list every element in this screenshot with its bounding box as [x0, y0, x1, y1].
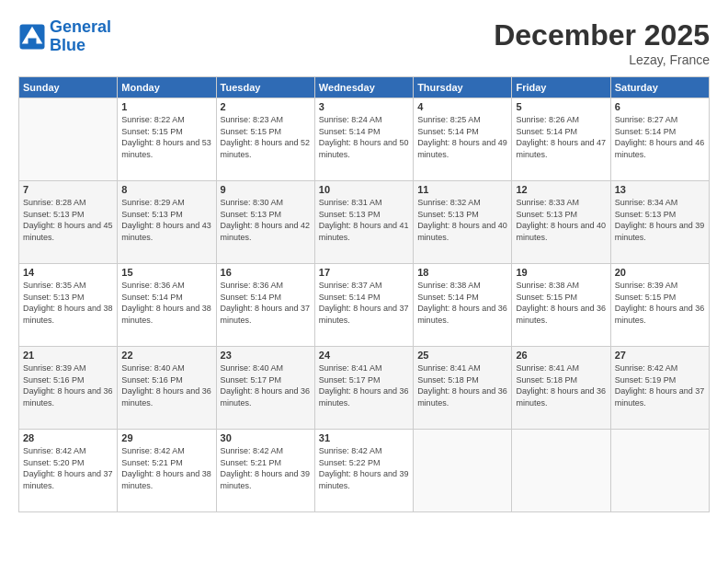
table-cell: 27Sunrise: 8:42 AMSunset: 5:19 PMDayligh… [610, 347, 709, 430]
table-cell [610, 430, 709, 512]
day-number: 5 [516, 101, 606, 112]
logo: General Blue [18, 18, 111, 55]
header: General Blue December 2025 Lezay, France [18, 18, 710, 67]
calendar-week-3: 14Sunrise: 8:35 AMSunset: 5:13 PMDayligh… [19, 264, 710, 347]
day-number: 15 [121, 267, 211, 278]
day-info: Sunrise: 8:34 AMSunset: 5:13 PMDaylight:… [615, 197, 705, 243]
day-info: Sunrise: 8:27 AMSunset: 5:14 PMDaylight:… [615, 114, 705, 160]
table-cell: 1Sunrise: 8:22 AMSunset: 5:15 PMDaylight… [118, 98, 216, 181]
table-cell: 30Sunrise: 8:42 AMSunset: 5:21 PMDayligh… [216, 430, 314, 512]
day-number: 10 [319, 184, 409, 195]
day-info: Sunrise: 8:40 AMSunset: 5:16 PMDaylight:… [121, 362, 211, 408]
day-info: Sunrise: 8:41 AMSunset: 5:18 PMDaylight:… [516, 362, 606, 408]
table-cell: 9Sunrise: 8:30 AMSunset: 5:13 PMDaylight… [216, 181, 314, 264]
day-info: Sunrise: 8:38 AMSunset: 5:14 PMDaylight:… [417, 280, 507, 326]
calendar-week-1: 1Sunrise: 8:22 AMSunset: 5:15 PMDaylight… [19, 98, 710, 181]
table-cell: 26Sunrise: 8:41 AMSunset: 5:18 PMDayligh… [512, 347, 610, 430]
title-block: December 2025 Lezay, France [494, 18, 710, 67]
day-number: 21 [23, 350, 113, 361]
calendar-week-5: 28Sunrise: 8:42 AMSunset: 5:20 PMDayligh… [19, 430, 710, 512]
table-cell: 14Sunrise: 8:35 AMSunset: 5:13 PMDayligh… [19, 264, 118, 347]
table-cell: 22Sunrise: 8:40 AMSunset: 5:16 PMDayligh… [118, 347, 216, 430]
table-cell: 15Sunrise: 8:36 AMSunset: 5:14 PMDayligh… [118, 264, 216, 347]
table-cell: 2Sunrise: 8:23 AMSunset: 5:15 PMDaylight… [216, 98, 314, 181]
table-cell: 31Sunrise: 8:42 AMSunset: 5:22 PMDayligh… [314, 430, 413, 512]
day-info: Sunrise: 8:38 AMSunset: 5:15 PMDaylight:… [516, 280, 606, 326]
table-cell: 20Sunrise: 8:39 AMSunset: 5:15 PMDayligh… [610, 264, 709, 347]
day-number: 6 [615, 101, 705, 112]
day-number: 29 [121, 432, 211, 443]
day-info: Sunrise: 8:30 AMSunset: 5:13 PMDaylight:… [221, 197, 311, 243]
day-info: Sunrise: 8:42 AMSunset: 5:20 PMDaylight:… [23, 445, 113, 491]
logo-text: General Blue [50, 18, 111, 55]
table-cell: 25Sunrise: 8:41 AMSunset: 5:18 PMDayligh… [414, 347, 512, 430]
day-info: Sunrise: 8:42 AMSunset: 5:22 PMDaylight:… [319, 445, 409, 491]
day-info: Sunrise: 8:37 AMSunset: 5:14 PMDaylight:… [319, 280, 409, 326]
day-number: 16 [221, 267, 311, 278]
location: Lezay, France [494, 52, 710, 67]
day-number: 17 [319, 267, 409, 278]
day-info: Sunrise: 8:36 AMSunset: 5:14 PMDaylight:… [221, 280, 311, 326]
month-title: December 2025 [494, 18, 710, 52]
day-info: Sunrise: 8:41 AMSunset: 5:18 PMDaylight:… [417, 362, 507, 408]
table-cell: 16Sunrise: 8:36 AMSunset: 5:14 PMDayligh… [216, 264, 314, 347]
day-info: Sunrise: 8:31 AMSunset: 5:13 PMDaylight:… [319, 197, 409, 243]
day-number: 31 [319, 432, 409, 443]
day-info: Sunrise: 8:42 AMSunset: 5:21 PMDaylight:… [121, 445, 211, 491]
table-cell: 12Sunrise: 8:33 AMSunset: 5:13 PMDayligh… [512, 181, 610, 264]
calendar-header-row: Sunday Monday Tuesday Wednesday Thursday… [19, 77, 710, 98]
day-number: 28 [23, 432, 113, 443]
col-saturday: Saturday [610, 77, 709, 98]
day-number: 18 [417, 267, 507, 278]
table-cell: 28Sunrise: 8:42 AMSunset: 5:20 PMDayligh… [19, 430, 118, 512]
table-cell: 4Sunrise: 8:25 AMSunset: 5:14 PMDaylight… [414, 98, 512, 181]
col-wednesday: Wednesday [314, 77, 413, 98]
day-number: 19 [516, 267, 606, 278]
day-info: Sunrise: 8:41 AMSunset: 5:17 PMDaylight:… [319, 362, 409, 408]
table-cell: 10Sunrise: 8:31 AMSunset: 5:13 PMDayligh… [314, 181, 413, 264]
calendar-week-2: 7Sunrise: 8:28 AMSunset: 5:13 PMDaylight… [19, 181, 710, 264]
table-cell: 8Sunrise: 8:29 AMSunset: 5:13 PMDaylight… [118, 181, 216, 264]
day-number: 20 [615, 267, 705, 278]
col-sunday: Sunday [19, 77, 118, 98]
day-info: Sunrise: 8:40 AMSunset: 5:17 PMDaylight:… [221, 362, 311, 408]
day-number: 2 [221, 101, 311, 112]
day-info: Sunrise: 8:22 AMSunset: 5:15 PMDaylight:… [121, 114, 211, 160]
day-info: Sunrise: 8:23 AMSunset: 5:15 PMDaylight:… [221, 114, 311, 160]
day-info: Sunrise: 8:32 AMSunset: 5:13 PMDaylight:… [417, 197, 507, 243]
day-number: 25 [417, 350, 507, 361]
day-number: 22 [121, 350, 211, 361]
day-number: 24 [319, 350, 409, 361]
col-friday: Friday [512, 77, 610, 98]
table-cell: 3Sunrise: 8:24 AMSunset: 5:14 PMDaylight… [314, 98, 413, 181]
day-number: 14 [23, 267, 113, 278]
table-cell: 23Sunrise: 8:40 AMSunset: 5:17 PMDayligh… [216, 347, 314, 430]
day-info: Sunrise: 8:26 AMSunset: 5:14 PMDaylight:… [516, 114, 606, 160]
table-cell: 18Sunrise: 8:38 AMSunset: 5:14 PMDayligh… [414, 264, 512, 347]
logo-icon [18, 23, 46, 51]
day-number: 26 [516, 350, 606, 361]
table-cell [19, 98, 118, 181]
table-cell [414, 430, 512, 512]
day-number: 3 [319, 101, 409, 112]
table-cell: 13Sunrise: 8:34 AMSunset: 5:13 PMDayligh… [610, 181, 709, 264]
table-cell [512, 430, 610, 512]
day-info: Sunrise: 8:39 AMSunset: 5:16 PMDaylight:… [23, 362, 113, 408]
day-number: 7 [23, 184, 113, 195]
day-number: 23 [221, 350, 311, 361]
table-cell: 11Sunrise: 8:32 AMSunset: 5:13 PMDayligh… [414, 181, 512, 264]
day-number: 27 [615, 350, 705, 361]
day-info: Sunrise: 8:25 AMSunset: 5:14 PMDaylight:… [417, 114, 507, 160]
day-number: 9 [221, 184, 311, 195]
col-thursday: Thursday [414, 77, 512, 98]
day-number: 11 [417, 184, 507, 195]
day-info: Sunrise: 8:24 AMSunset: 5:14 PMDaylight:… [319, 114, 409, 160]
day-info: Sunrise: 8:29 AMSunset: 5:13 PMDaylight:… [121, 197, 211, 243]
day-info: Sunrise: 8:33 AMSunset: 5:13 PMDaylight:… [516, 197, 606, 243]
calendar-week-4: 21Sunrise: 8:39 AMSunset: 5:16 PMDayligh… [19, 347, 710, 430]
calendar-table: Sunday Monday Tuesday Wednesday Thursday… [18, 76, 710, 512]
day-info: Sunrise: 8:35 AMSunset: 5:13 PMDaylight:… [23, 280, 113, 326]
table-cell: 21Sunrise: 8:39 AMSunset: 5:16 PMDayligh… [19, 347, 118, 430]
day-number: 12 [516, 184, 606, 195]
col-tuesday: Tuesday [216, 77, 314, 98]
